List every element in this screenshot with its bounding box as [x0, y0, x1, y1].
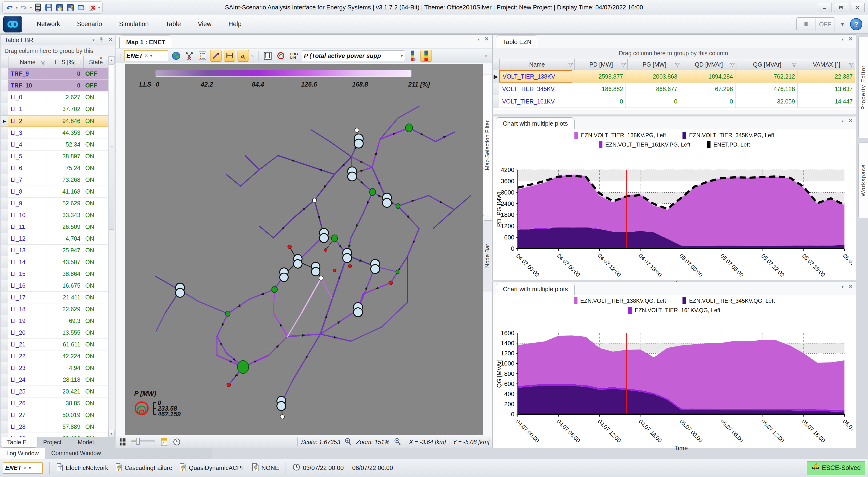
zoom-in-icon[interactable]	[343, 437, 353, 447]
table-row[interactable]: LI_452.34ON	[1, 139, 108, 150]
ebr-column-header[interactable]: LLS [%]	[47, 56, 84, 68]
tab-workspace[interactable]: Workspace	[858, 142, 868, 218]
scroll-down-icon[interactable]: ▼	[108, 430, 115, 437]
table-row[interactable]: VOLT_TIER_161KV00032.05914.447	[493, 95, 855, 108]
filter-icon[interactable]	[849, 62, 854, 69]
tab-chart-1[interactable]: Chart with multiple plots	[496, 117, 575, 129]
color-scale-icon[interactable]	[407, 50, 418, 61]
table-row[interactable]: LI_344.353ON	[1, 127, 108, 139]
status-module-quasidynamicacpf[interactable]: QuasiDynamicACPF	[179, 463, 245, 473]
toolbar-grip[interactable]: ⋮⋮	[118, 55, 122, 57]
status-network-combo[interactable]: ENET ✕ ▾	[3, 463, 43, 474]
menu-item-scenario[interactable]: Scenario	[68, 14, 111, 33]
globe-icon[interactable]	[171, 50, 182, 61]
menu-item-table[interactable]: Table	[157, 14, 189, 33]
table-row[interactable]: LI_841.168ON	[1, 186, 108, 198]
table-row[interactable]: LI_2857.889ON	[1, 421, 108, 433]
menu-item-simulation[interactable]: Simulation	[111, 14, 157, 33]
table-row[interactable]: LI_2428.118ON	[1, 374, 108, 386]
ebr-scrollbar[interactable]: ▲ ≡ ▼	[108, 56, 115, 438]
panel-menu-icon[interactable]: ▾	[842, 37, 843, 42]
table-row[interactable]: LI_538.897ON	[1, 150, 108, 162]
table-row[interactable]: LI_1033.343ON	[1, 209, 108, 221]
close-icon[interactable]	[484, 36, 489, 42]
map-network-combo[interactable]: ENET ✕ ▾	[124, 50, 168, 61]
target-circle-icon[interactable]	[275, 50, 286, 61]
table-row[interactable]: TRF_90OFF	[1, 68, 108, 80]
clear-icon[interactable]: ✕	[23, 466, 27, 471]
tab-chart-2[interactable]: Chart with multiple plots	[496, 283, 575, 295]
menu-item-network[interactable]: Network	[28, 14, 68, 33]
close-icon[interactable]	[108, 37, 113, 43]
close-button[interactable]	[850, 3, 865, 12]
restore-button[interactable]	[834, 3, 848, 12]
chart-1-plot[interactable]: 0600120018002400300036004200PD, PG [MW]0…	[495, 167, 852, 287]
ezn-column-header[interactable]: Name	[500, 59, 575, 70]
panel-menu-icon[interactable]: ▾	[93, 38, 94, 42]
tab-property-editor[interactable]: Property Editor	[858, 37, 868, 138]
table-row[interactable]: LI_137.702ON	[1, 103, 108, 115]
tab-map1-enet[interactable]: Map 1 : ENET	[119, 36, 172, 48]
ezn-column-header[interactable]: QG [MVAr]	[736, 59, 798, 70]
grid-icon[interactable]	[118, 437, 127, 447]
status-module-electricnetwork[interactable]: ElectricNetwork	[56, 463, 108, 473]
filter-icon[interactable]	[621, 62, 626, 69]
close-icon[interactable]	[848, 118, 853, 124]
tab-table-ezn[interactable]: Table EZN	[496, 36, 538, 48]
clear-icon[interactable]: ✕	[145, 53, 148, 58]
panel-menu-icon[interactable]: ▾	[842, 119, 843, 124]
toolbar-overflow[interactable]: »	[485, 55, 488, 57]
opacity-slider[interactable]	[130, 437, 156, 447]
pin-icon[interactable]	[99, 37, 104, 43]
filter-icon[interactable]	[730, 62, 735, 69]
panel-menu-icon[interactable]: ▾	[842, 284, 843, 289]
tab-table-ebr[interactable]: Table E...	[1, 437, 37, 448]
help-icon[interactable]: ?	[850, 18, 862, 30]
menu-item-help[interactable]: Help	[220, 14, 250, 33]
table-row[interactable]: LI_1538.864ON	[1, 268, 108, 280]
branch-symbol-toggle[interactable]	[224, 50, 235, 62]
map-series-combo[interactable]: P (Total active power supp ▾	[302, 50, 405, 61]
table-row[interactable]: LI_2968.196ON	[1, 433, 108, 437]
tab-log-window[interactable]: Log Window	[0, 448, 45, 458]
scrollbar-thumb[interactable]: ≡	[109, 64, 115, 230]
table-row[interactable]: LI_2520.421ON	[1, 386, 108, 398]
toolbar-overflow[interactable]: »	[251, 55, 254, 57]
scroll-up-icon[interactable]: ▲	[108, 57, 115, 64]
table-row[interactable]: LI_675.24ON	[1, 162, 108, 174]
ezn-column-header[interactable]: VAMAX [°]	[798, 59, 855, 70]
table-row[interactable]: LI_2013.555ON	[1, 327, 108, 339]
branch-direction-toggle[interactable]	[210, 50, 221, 62]
status-module-cascadingfailure[interactable]: CascadingFailure	[115, 463, 172, 473]
axis-range-icon[interactable]	[262, 50, 273, 61]
table-row[interactable]: LI_952.629ON	[1, 198, 108, 209]
table-row[interactable]: TRF_100OFF	[1, 80, 108, 92]
close-icon[interactable]	[848, 284, 853, 289]
legend-list-icon[interactable]	[197, 50, 208, 61]
tab-node-bar[interactable]: Node Bar	[483, 220, 492, 292]
minimize-button[interactable]	[817, 3, 832, 12]
ezn-column-header[interactable]: PG [MW]	[628, 59, 681, 70]
tab-project[interactable]: Project...	[37, 437, 72, 447]
tab-map-selection-filter[interactable]: Map Selection Filter	[483, 74, 492, 216]
filter-icon[interactable]	[77, 60, 82, 66]
table-row[interactable]: LI_2242.224ON	[1, 350, 108, 362]
status-module-none[interactable]: NONE	[252, 463, 279, 473]
time-icon[interactable]	[172, 437, 182, 447]
table-row[interactable]: LI_124.704ON	[1, 233, 108, 245]
label-toggle[interactable]: a,	[238, 50, 249, 62]
table-row[interactable]: LI_2161.611ON	[1, 339, 108, 350]
table-row[interactable]: LI_2750.019ON	[1, 409, 108, 421]
tab-model[interactable]: Model...	[72, 437, 104, 447]
table-row[interactable]: LI_773.268ON	[1, 174, 108, 186]
filter-icon[interactable]	[792, 62, 797, 69]
network-filter-icon[interactable]	[184, 50, 195, 61]
table-row[interactable]: ▶VOLT_TIER_138KV2598.8772003.8631894.284…	[493, 70, 855, 83]
filter-icon[interactable]	[675, 62, 680, 69]
ezn-column-header[interactable]: PD [MW]	[575, 59, 628, 70]
table-row[interactable]: VOLT_TIER_345KV186.882868.67767.298476.1…	[493, 83, 855, 95]
filter-icon[interactable]	[568, 62, 573, 69]
filter-icon[interactable]	[41, 60, 45, 66]
chevron-down-icon[interactable]: ▾	[841, 21, 844, 28]
table-row[interactable]: LI_1443.507ON	[1, 257, 108, 268]
